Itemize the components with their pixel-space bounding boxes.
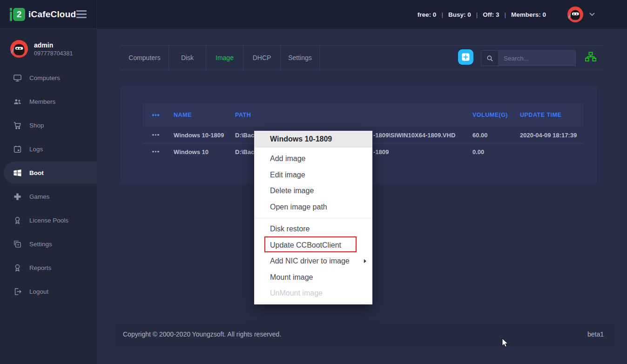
version-label: beta1	[587, 330, 604, 338]
sidebar-item-logout[interactable]: Logout	[0, 280, 97, 303]
stat-separator: |	[441, 11, 443, 18]
image-path-tail: -1809	[373, 148, 389, 155]
image-update-time: 2020-04-09 18:17:39	[520, 131, 577, 138]
monitor-icon	[13, 74, 22, 82]
tab-computers[interactable]: Computers	[121, 46, 169, 70]
sidebar-item-reports[interactable]: Reports	[0, 256, 97, 280]
column-name: NAME	[174, 112, 192, 118]
chevron-down-icon[interactable]	[589, 13, 595, 16]
logo-icon: 2	[10, 8, 25, 21]
app-logo[interactable]: 2 iCafeCloud	[10, 8, 76, 21]
calendar-icon	[13, 145, 22, 154]
image-path: D:\Bac	[235, 131, 254, 138]
tab-settings[interactable]: Settings	[281, 46, 320, 70]
sidebar-item-members[interactable]: Members	[0, 90, 97, 114]
context-menu-title: Windows 10-1809	[254, 131, 372, 148]
tab-disk[interactable]: Disk	[169, 46, 206, 70]
menu-item-update-ccbootclient[interactable]: Update CCBootClient	[254, 237, 372, 254]
footer: Copyright © 2000-2020 Youngzsoft. All ri…	[113, 321, 614, 347]
row-menu-icon[interactable]	[152, 151, 159, 153]
submenu-arrow-icon	[364, 259, 367, 263]
profile-block: admin 097778704381	[10, 40, 73, 58]
stat-members: Members: 0	[511, 11, 546, 18]
topbar-brand-area: 2 iCafeCloud	[0, 0, 97, 29]
report-badge-icon	[13, 263, 22, 272]
menu-item-disk-restore[interactable]: Disk restore	[254, 221, 372, 237]
users-icon	[13, 97, 22, 106]
cart-icon	[13, 121, 22, 130]
menu-item-add-nic-driver[interactable]: Add NIC driver to image	[254, 253, 372, 270]
stat-separator: |	[476, 11, 478, 18]
column-menu-icon	[152, 114, 159, 116]
search-input[interactable]	[498, 51, 575, 66]
sidebar-item-computers[interactable]: Computers	[0, 66, 97, 90]
tab-image[interactable]: Image	[206, 46, 243, 70]
sidebar-item-boot[interactable]: Boot	[0, 161, 97, 185]
hamburger-menu-icon[interactable]	[76, 10, 87, 18]
profile-name: admin	[34, 41, 73, 49]
logo-glyph: 2	[13, 8, 25, 21]
app-window: 2 iCafeCloud free: 0 | Busy: 0 | Off: 3 …	[0, 0, 627, 364]
sidebar-nav: Computers Members Shop Lo	[0, 66, 97, 303]
image-name: Windows 10	[174, 148, 209, 155]
topbar: 2 iCafeCloud free: 0 | Busy: 0 | Off: 3 …	[0, 0, 627, 29]
profile-phone: 097778704381	[34, 50, 73, 57]
topbar-status-area: free: 0 | Busy: 0 | Off: 3 | Members: 0	[418, 0, 595, 29]
menu-item-edit-image[interactable]: Edit image	[254, 167, 372, 183]
stat-free: free: 0	[418, 11, 437, 18]
user-avatar[interactable]	[567, 7, 583, 22]
menu-item-delete-image[interactable]: Delete image	[254, 183, 372, 199]
image-context-menu: Windows 10-1809 Add image Edit image Del…	[254, 131, 372, 304]
stat-busy: Busy: 0	[448, 11, 471, 18]
layers-icon	[13, 240, 22, 249]
sidebar-item-shop[interactable]: Shop	[0, 114, 97, 137]
image-volume: 0.00	[472, 148, 484, 155]
column-volume: VOLUME(G)	[472, 112, 508, 118]
sidebar-item-logs[interactable]: Logs	[0, 137, 97, 161]
brand-name: iCafeCloud	[28, 9, 76, 20]
image-path-tail: -1809\SIWIN10X64-1809.VHD	[373, 131, 455, 138]
stat-separator: |	[504, 11, 506, 18]
profile-avatar[interactable]	[10, 40, 28, 58]
search-box	[481, 50, 576, 66]
image-name: Windows 10-1809	[174, 131, 224, 138]
image-path: D:\Bac	[235, 148, 254, 155]
copyright-text: Copyright © 2000-2020 Youngzsoft. All ri…	[123, 330, 281, 338]
plus-square-icon	[462, 53, 470, 61]
badge-icon	[13, 216, 22, 225]
add-image-button[interactable]	[458, 49, 473, 65]
column-path: PATH	[235, 112, 251, 118]
column-update-time: UPDATE TIME	[520, 112, 561, 118]
menu-item-unmount-image: UnMount image	[254, 285, 372, 302]
machine-stats: free: 0 | Busy: 0 | Off: 3 | Members: 0	[418, 11, 546, 18]
menu-item-add-image[interactable]: Add image	[254, 151, 372, 167]
sidebar: admin 097778704381 Computers Members	[0, 29, 97, 364]
row-menu-icon[interactable]	[152, 134, 159, 136]
context-menu-items: Add image Edit image Delete image Open i…	[254, 148, 372, 302]
windows-icon	[13, 169, 22, 177]
menu-divider	[254, 218, 372, 218]
sidebar-item-games[interactable]: Games	[0, 185, 97, 209]
image-volume: 60.00	[472, 131, 488, 138]
table-header-row: NAME PATH VOLUME(G) UPDATE TIME	[143, 103, 583, 127]
sidebar-item-license-pools[interactable]: License Pools	[0, 209, 97, 232]
search-icon	[481, 51, 498, 66]
network-sitemap-icon[interactable]	[585, 52, 597, 63]
logout-icon	[13, 287, 22, 296]
sidebar-item-settings[interactable]: Settings	[0, 232, 97, 256]
tab-dhcp[interactable]: DHCP	[243, 46, 281, 70]
menu-item-open-image-path[interactable]: Open image path	[254, 199, 372, 216]
menu-item-mount-image[interactable]: Mount image	[254, 270, 372, 286]
gamepad-icon	[13, 192, 22, 201]
stat-off: Off: 3	[483, 11, 499, 18]
